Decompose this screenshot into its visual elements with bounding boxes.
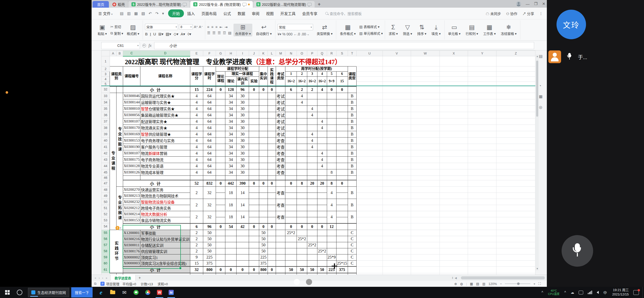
sheet-cell[interactable] [327, 137, 336, 144]
sheet-cell[interactable] [383, 193, 411, 199]
wps-writer-taskbar-button[interactable]: W [154, 287, 165, 298]
sheet-cell[interactable]: 理论课程 [216, 72, 225, 86]
sheet-cell[interactable] [317, 260, 327, 266]
sheet-cell[interactable] [336, 193, 348, 199]
sheet-cell[interactable] [356, 105, 383, 112]
sheet-cell[interactable]: 智能物流设施与设备 [140, 199, 190, 205]
sheet-cell[interactable] [468, 66, 496, 72]
sheet-cell[interactable] [383, 211, 411, 217]
error-check-icon[interactable]: !▾ [115, 226, 121, 230]
font-size-select[interactable]: 8▾ [179, 24, 193, 30]
row-header-37[interactable]: 37 [101, 118, 110, 125]
zoom-slider-knob[interactable] [517, 282, 520, 285]
sheet-cell[interactable]: 50 [203, 242, 216, 248]
sheet-cell[interactable] [356, 156, 383, 163]
sheet-cell[interactable] [411, 187, 440, 193]
format-painter-button[interactable]: ▨格式刷 ▾ [125, 24, 141, 36]
sheet-cell[interactable]: 4 [190, 105, 203, 112]
sheet-cell[interactable]: 4 [327, 211, 336, 223]
sheet-cell[interactable] [383, 236, 411, 242]
sheet-cell[interactable]: 30 [236, 93, 249, 99]
sheet-cell[interactable] [336, 93, 348, 99]
share-button[interactable]: ↗ 分享 [522, 11, 534, 16]
zoom-plus-button[interactable]: + [533, 282, 535, 286]
sheet-cell[interactable] [249, 137, 259, 144]
sheet-cell[interactable] [440, 217, 468, 223]
sheet-cell[interactable] [411, 105, 440, 112]
sheet-cell[interactable] [496, 56, 535, 66]
sheet-cell[interactable] [440, 254, 468, 260]
sheet-cell[interactable] [297, 112, 307, 118]
sheet-cell[interactable]: 64 [203, 118, 216, 125]
sheet-cell[interactable]: 考查 [276, 199, 285, 211]
sheet-cell[interactable]: 考试 [276, 118, 285, 125]
sheet-cell[interactable]: 34 [225, 131, 236, 137]
sheet-cell[interactable] [383, 175, 411, 180]
sheet-cell[interactable]: 智慧供应链管理★ [140, 131, 190, 137]
sheet-cell[interactable] [411, 118, 440, 125]
sheet-cell[interactable] [307, 236, 317, 242]
sheet-cell[interactable] [356, 187, 383, 193]
sheet-cell[interactable] [249, 211, 259, 217]
sheet-cell[interactable]: C [348, 230, 356, 236]
sheet-cell[interactable] [496, 205, 535, 211]
row-header-59[interactable]: 59 [101, 254, 110, 260]
row-header-42[interactable]: 42 [101, 150, 110, 156]
cut-button[interactable]: ✂剪切 [110, 24, 123, 29]
prev-sheet-icon[interactable]: ‹ [99, 276, 100, 279]
sheet-cell[interactable] [268, 112, 276, 118]
row-header-3[interactable]: 3 [101, 72, 110, 77]
sheet-cell[interactable]: 考试 [276, 105, 285, 112]
sheet-cell[interactable] [268, 260, 276, 266]
sheet-cell[interactable] [297, 211, 307, 217]
restore-button[interactable]: ❐ [534, 2, 537, 6]
sheet-cell[interactable] [468, 217, 496, 223]
sheet-cell[interactable] [496, 236, 535, 242]
sheet-cell[interactable]: 30 [236, 144, 249, 150]
user-avatar[interactable] [516, 1, 521, 6]
sheet-cell[interactable]: 4 [317, 163, 327, 169]
sheet-cell[interactable]: X0300169 [123, 131, 140, 137]
align-middle-icon[interactable]: ≡ [211, 25, 213, 29]
plugin-label[interactable]: 项目管理 [106, 281, 119, 286]
sheet-cell[interactable]: 顶岗实习1 [140, 254, 190, 260]
microphone-button[interactable] [562, 235, 593, 267]
sheet-cell[interactable] [327, 144, 336, 150]
sheet-cell[interactable] [496, 223, 535, 230]
sheet-cell[interactable] [285, 193, 297, 199]
sheet-cell[interactable]: X0200270 [123, 187, 140, 193]
sheet-cell[interactable] [249, 156, 259, 163]
sheet-cell[interactable] [285, 150, 297, 156]
sheet-cell[interactable] [496, 93, 535, 99]
sheet-cell[interactable]: 6 [285, 86, 297, 93]
sheet-cell[interactable] [383, 205, 411, 211]
command-search[interactable]: 查找命令、搜索模板 [325, 11, 362, 16]
sheet-cell[interactable] [307, 118, 317, 125]
freeze-panes-button[interactable]: ❄冻结窗格 ▾ [499, 24, 518, 36]
sheet-cell[interactable] [336, 236, 348, 242]
sheet-cell[interactable] [440, 169, 468, 175]
sheet-cell[interactable]: 快递运营实务 [140, 187, 190, 193]
vertical-scrollbar[interactable]: ▲ ▼ [536, 55, 539, 270]
sheet-cell[interactable]: X0300056 [123, 112, 140, 118]
message-tray-icon[interactable] [579, 291, 583, 294]
table-style-button[interactable]: ▨表格样式 ▾ [359, 24, 383, 29]
sheet-cell[interactable] [307, 125, 317, 131]
sheet-cell[interactable] [468, 230, 496, 236]
sheet-cell[interactable]: 课程学时 [203, 66, 216, 86]
sheet-cell[interactable] [468, 150, 496, 156]
row-header-4[interactable]: 4 [101, 77, 110, 82]
row-header-56[interactable]: 56 [101, 236, 110, 242]
sheet-cell[interactable]: 实验 [249, 77, 259, 86]
sheet-cell[interactable] [440, 125, 468, 131]
network-icon[interactable] [588, 291, 592, 294]
sheet-cell[interactable] [336, 205, 348, 211]
sheet-cell[interactable]: 2 [297, 86, 307, 93]
column-header-Y[interactable]: Y [468, 51, 496, 56]
sheet-cell[interactable] [496, 242, 535, 248]
align-center-icon[interactable]: ☰ [212, 31, 216, 35]
sheet-cell[interactable] [216, 254, 225, 260]
sheet-cell[interactable]: 25*2 [297, 236, 307, 242]
sheet-cell[interactable] [307, 150, 317, 156]
sheet-cell[interactable]: X0300175 [123, 156, 140, 163]
